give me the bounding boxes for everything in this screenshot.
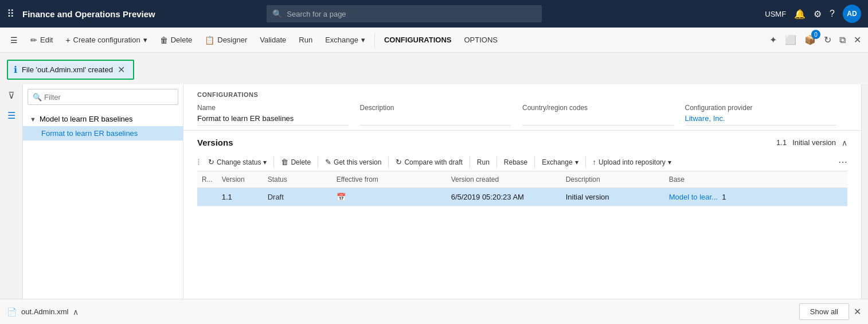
compare-with-draft-button[interactable]: ↻ Compare with draft <box>391 155 467 169</box>
version-label-badge: Initial version <box>792 138 836 147</box>
exchange-dropdown-icon: ▾ <box>361 36 365 44</box>
table-row[interactable]: 1.1 Draft 📅 6/5/2019 05:20:23 AM Initial… <box>197 188 847 206</box>
badge-icon[interactable]: 📦 0 <box>802 32 818 48</box>
ver-separator-1 <box>273 157 274 168</box>
notification-text: File 'out.Admin.xml' created <box>22 65 113 74</box>
exchange-button[interactable]: Exchange ▾ <box>319 32 371 48</box>
cell-version: 1.1 <box>217 188 263 206</box>
meta-name-label: Name <box>197 104 349 112</box>
upload-repository-button[interactable]: ↑ Upload into repository ▾ <box>588 155 676 169</box>
versions-run-button[interactable]: Run <box>472 156 494 169</box>
base-link[interactable]: Model to lear... <box>669 193 718 201</box>
search-bar[interactable]: 🔍 Search for a page <box>267 5 542 22</box>
menu-toggle-button[interactable]: ☰ <box>5 32 24 48</box>
edit-icon: ✏ <box>30 36 37 45</box>
options-button[interactable]: OPTIONS <box>458 32 503 48</box>
tree-child-item[interactable]: Format to learn ER baselines <box>23 126 183 140</box>
restore-icon[interactable]: ⧉ <box>837 33 848 48</box>
create-configuration-button[interactable]: + Create configuration ▾ <box>60 32 153 48</box>
tree-collapse-icon: ▼ <box>30 116 36 123</box>
versions-more-icon[interactable]: ⋯ <box>838 157 847 167</box>
designer-button[interactable]: 📋 Designer <box>199 32 253 48</box>
bottom-show-all-area: Show all ✕ <box>799 303 861 320</box>
config-meta: Name Format to learn ER baselines Descri… <box>197 104 847 126</box>
col-header-r: R... <box>197 171 217 188</box>
avatar[interactable]: AD <box>843 5 861 23</box>
filter-sidebar-icon[interactable]: ⊽ <box>8 90 15 101</box>
delete-button[interactable]: 🗑 Delete <box>154 32 198 48</box>
hamburger-icon: ☰ <box>10 36 18 45</box>
toolbar-handle-icon: ⁞ <box>197 157 200 167</box>
cmd-right-area: ✦ ⬜ 📦 0 ↻ ⧉ ✕ <box>767 32 863 48</box>
col-header-effective: Effective from <box>332 171 447 188</box>
cell-desc: Initial version <box>561 188 664 206</box>
run-button[interactable]: Run <box>293 32 318 48</box>
cell-created: 6/5/2019 05:20:23 AM <box>447 188 561 206</box>
pin-icon[interactable]: ✦ <box>767 32 779 48</box>
upload-icon: ↑ <box>593 158 597 166</box>
cmd-separator <box>374 33 375 47</box>
versions-table-body: 1.1 Draft 📅 6/5/2019 05:20:23 AM Initial… <box>197 188 847 206</box>
nav-filter-box[interactable]: 🔍 <box>28 89 178 105</box>
settings-icon[interactable]: ⚙ <box>814 9 822 19</box>
rebase-button[interactable]: Rebase <box>499 156 532 169</box>
show-all-button[interactable]: Show all <box>799 303 849 320</box>
refresh-icon[interactable]: ↻ <box>822 32 834 48</box>
close-window-icon[interactable]: ✕ <box>851 32 863 48</box>
main-layout: ⊽ ☰ 🔍 ▼ Model to learn ER baselines Form… <box>0 84 868 299</box>
edit-button[interactable]: ✏ Edit <box>25 32 58 48</box>
change-status-dropdown-icon: ▾ <box>263 158 267 166</box>
meta-provider-value[interactable]: Litware, Inc. <box>685 114 836 126</box>
badge-count: 0 <box>811 30 820 39</box>
versions-exchange-button[interactable]: Exchange ▾ <box>537 156 582 169</box>
validate-button[interactable]: Validate <box>254 32 292 48</box>
get-this-version-button[interactable]: ✎ Get this version <box>320 155 386 169</box>
meta-country-col: Country/region codes <box>522 104 685 126</box>
ver-separator-3 <box>388 157 389 168</box>
versions-exchange-dropdown-icon: ▾ <box>575 158 578 166</box>
cell-status: Draft <box>263 188 332 206</box>
ver-separator-7 <box>585 157 586 168</box>
file-name: out.Admin.xml <box>21 307 68 316</box>
content-area: CONFIGURATIONS Name Format to learn ER b… <box>183 84 861 299</box>
bottom-close-icon[interactable]: ✕ <box>854 306 861 317</box>
configurations-button[interactable]: CONFIGURATIONS <box>378 32 457 48</box>
versions-header: Versions 1.1 Initial version ∧ <box>197 138 847 147</box>
plus-icon: + <box>65 36 70 45</box>
expand-chevron-icon[interactable]: ∧ <box>73 307 79 317</box>
notification-icon[interactable]: 🔔 <box>794 9 806 19</box>
version-number-badge: 1.1 <box>776 138 787 147</box>
file-icon: 📄 <box>7 307 17 317</box>
right-scrollbar[interactable] <box>861 84 868 299</box>
meta-country-label: Country/region codes <box>522 104 674 112</box>
meta-country-value <box>522 114 674 126</box>
help-icon[interactable]: ? <box>830 9 835 19</box>
col-header-status: Status <box>263 171 332 188</box>
info-icon: ℹ <box>14 64 17 75</box>
notification-banner: ℹ File 'out.Admin.xml' created ✕ <box>7 60 134 80</box>
top-navigation: ⠿ Finance and Operations Preview 🔍 Searc… <box>0 0 868 28</box>
tree-parent-item[interactable]: ▼ Model to learn ER baselines <box>23 112 183 126</box>
filter-input[interactable] <box>44 93 173 102</box>
versions-table: R... Version Status Effective from Versi… <box>197 171 847 206</box>
meta-name-value: Format to learn ER baselines <box>197 114 349 126</box>
versions-table-header-row: R... Version Status Effective from Versi… <box>197 171 847 188</box>
change-status-button[interactable]: ↻ Change status ▾ <box>204 155 271 169</box>
search-icon: 🔍 <box>272 9 282 18</box>
change-status-icon: ↻ <box>208 158 214 166</box>
compare-icon: ↻ <box>396 158 402 166</box>
list-sidebar-icon[interactable]: ☰ <box>7 110 15 121</box>
cell-r <box>197 188 217 206</box>
meta-provider-label: Configuration provider <box>685 104 836 112</box>
app-grid-icon[interactable]: ⠿ <box>7 7 14 20</box>
calendar-icon[interactable]: 📅 <box>337 193 346 201</box>
trash-icon: 🗑 <box>160 36 168 45</box>
ver-separator-6 <box>534 157 535 168</box>
office-icon[interactable]: ⬜ <box>783 32 799 48</box>
versions-delete-button[interactable]: 🗑 Delete <box>276 155 315 169</box>
ver-separator-4 <box>470 157 470 168</box>
notification-close-icon[interactable]: ✕ <box>118 64 125 75</box>
notification-area: ℹ File 'out.Admin.xml' created ✕ <box>0 53 868 84</box>
versions-collapse-icon[interactable]: ∧ <box>842 138 847 147</box>
command-bar: ☰ ✏ Edit + Create configuration ▾ 🗑 Dele… <box>0 28 868 53</box>
